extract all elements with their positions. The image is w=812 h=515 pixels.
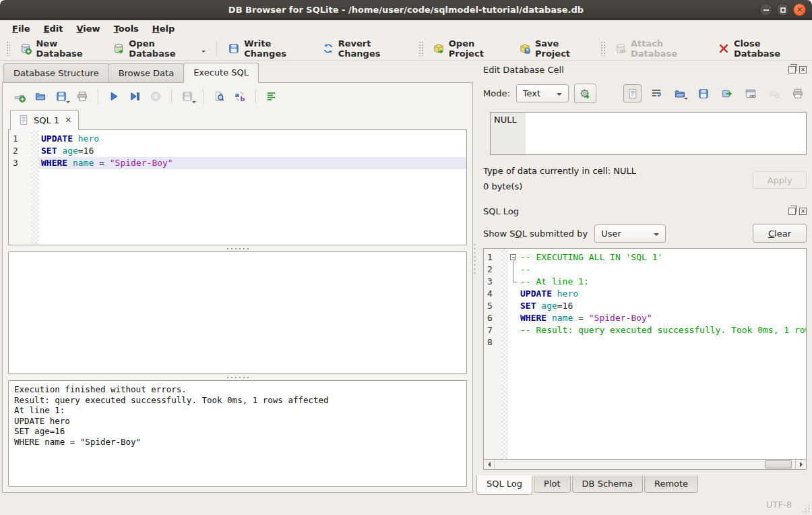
menu-view[interactable]: View [70,22,107,35]
save-results-button[interactable] [179,88,196,105]
word-wrap-button[interactable] [647,84,665,102]
close-panel-icon[interactable]: ✕ [799,208,807,215]
set-null-button[interactable] [765,84,783,102]
log-filter-select[interactable]: User [594,224,666,243]
results-grid[interactable] [8,251,467,374]
find-replace-button[interactable]: ab [231,88,249,105]
code-text: -- Result: query executed successfully. … [519,324,807,336]
resize-grip[interactable] [801,504,810,513]
find-text-button[interactable] [210,88,228,105]
toolbar-separator [216,40,217,57]
menu-help[interactable]: Help [146,22,181,35]
sql-tab-close-icon[interactable]: ✕ [65,115,71,125]
fold-margin-cell [508,300,519,312]
menu-file[interactable]: File [5,22,37,35]
gutter-gap [501,336,508,349]
print-sql-button[interactable] [73,88,91,105]
dropdown-caret-icon[interactable] [684,98,688,102]
float-panel-icon[interactable] [788,66,796,73]
sql-log-view[interactable]: 1-- EXECUTING ALL IN 'SQL 1'2--3-- At li… [483,248,807,459]
mode-label: Mode: [483,88,510,98]
fold-marker [508,264,519,276]
grid-message-splitter[interactable] [8,374,467,380]
open-url-button[interactable] [741,84,759,102]
open-project-button[interactable]: Open Project [427,36,513,61]
dropdown-caret-icon[interactable] [201,51,206,55]
bottom-tab-plot[interactable]: Plot [534,476,571,493]
new-sql-tab-icon [13,90,26,102]
export-cell-button[interactable] [718,84,736,102]
stop-execution-button[interactable] [147,88,164,105]
sql-editor[interactable]: 1UPDATE hero2SET age=163WHERE name = "Sp… [8,129,467,245]
open-database-button[interactable]: Open Database [106,36,212,61]
bottom-tab-remote[interactable]: Remote [644,476,698,493]
toolbar-drag-handle[interactable] [418,41,423,56]
cell-editor[interactable]: NULL [490,112,807,155]
close-button[interactable]: ✕ [793,3,806,16]
execute-line-icon [129,90,141,102]
sql-tab[interactable]: SQL 1 ✕ [10,110,79,130]
tab-browse-data[interactable]: Browse Data [108,63,185,82]
close-panel-icon[interactable]: ✕ [799,66,807,73]
menu-edit[interactable]: Edit [37,22,70,35]
tab-database-structure[interactable]: Database Structure [3,63,109,82]
write-changes-icon [228,42,240,55]
text-document-button[interactable] [623,84,642,102]
execute-all-button[interactable] [105,88,123,105]
toolbar-button-label: Open Project [449,38,507,59]
line-number: 2 [484,264,501,276]
bottom-tab-db-schema[interactable]: DB Schema [572,476,643,493]
menu-tools[interactable]: Tools [107,22,146,35]
dropdown-caret-icon[interactable] [192,101,196,105]
apply-format-button[interactable] [574,84,596,103]
close-database-icon [718,42,730,55]
svg-text:b: b [241,95,245,102]
scroll-left-button[interactable] [484,460,495,469]
save-project-button[interactable]: Save Project [513,36,597,61]
attach-database-button[interactable]: Attach Database [608,36,712,61]
toolbar-drag-handle[interactable] [600,41,604,56]
import-file-button[interactable] [670,84,689,102]
code-text: -- EXECUTING ALL IN 'SQL 1' [519,251,806,264]
write-changes-button[interactable]: Write Changes [222,36,315,61]
format-sql-button[interactable] [263,88,280,105]
titlebar[interactable]: DB Browser for SQLite - /home/user/code/… [0,0,812,20]
fold-margin-cell [508,312,519,324]
editor-lines: 1UPDATE hero2SET age=163WHERE name = "Sp… [9,130,466,169]
bottom-tab-sql-log[interactable]: SQL Log [476,475,532,495]
clear-log-button[interactable]: Clear [753,224,807,243]
save-cell-button[interactable] [694,84,712,102]
mode-select[interactable]: Text [516,84,569,102]
dropdown-caret-icon[interactable] [66,101,70,105]
revert-changes-button[interactable]: Revert Changes [316,36,416,61]
code-text: UPDATE hero [39,133,466,145]
find-text-icon [213,90,225,102]
results-line: At line 1: [14,405,461,416]
window-title: DB Browser for SQLite - /home/user/code/… [228,5,584,15]
execute-line-button[interactable] [126,88,144,105]
editor-results-splitter[interactable] [8,245,467,251]
save-sql-file-button[interactable] [53,88,70,105]
word-wrap-icon [650,88,662,100]
editor-line: 6WHERE name = "Spider-Boy" [484,312,806,324]
maximize-button[interactable] [776,3,789,16]
tab-execute-sql[interactable]: Execute SQL [183,63,259,83]
scrollbar-thumb[interactable] [765,460,792,468]
minimize-button[interactable] [759,3,772,16]
open-sql-file-button[interactable] [32,88,49,105]
toolbar-drag-handle[interactable] [6,41,10,56]
new-sql-tab-button[interactable] [11,88,28,105]
new-database-button[interactable]: New Database [13,36,106,61]
toolbar-separator [203,89,204,104]
minimize-icon [763,9,769,11]
log-horizontal-scrollbar[interactable] [483,459,807,470]
save-cell-icon [697,88,710,100]
gutter-gap [31,145,39,157]
apply-button[interactable]: Apply [753,171,807,189]
fold-marker[interactable] [508,251,519,264]
print-cell-button[interactable] [788,84,807,102]
scroll-right-button[interactable] [795,460,806,469]
panel-splitter[interactable] [473,61,476,494]
close-database-button[interactable]: Close Database [712,36,809,61]
float-panel-icon[interactable] [788,208,796,215]
